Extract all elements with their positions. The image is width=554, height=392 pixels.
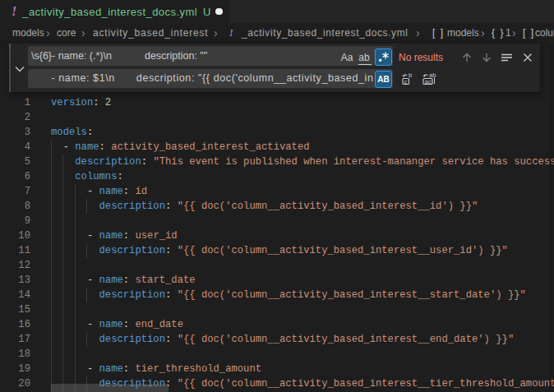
svg-text:ac: ac (425, 78, 432, 85)
svg-text:b: b (409, 71, 412, 79)
svg-text:c: c (404, 78, 408, 85)
